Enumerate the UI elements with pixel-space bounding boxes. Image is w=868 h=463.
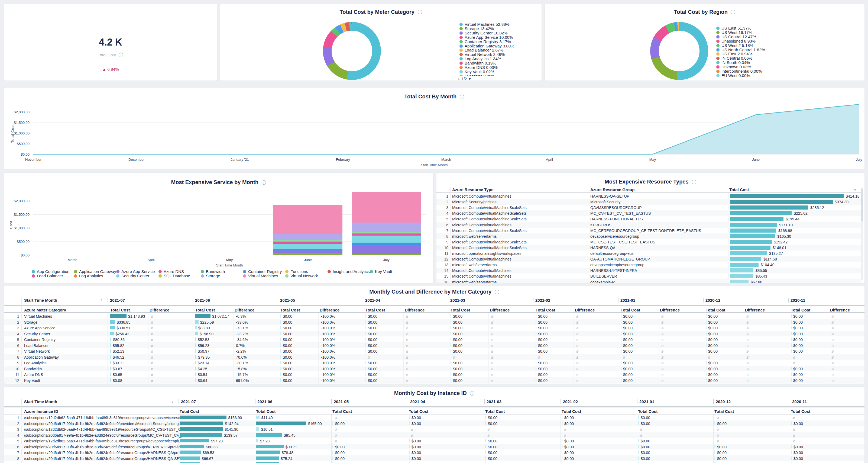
month-header-2021-05[interactable]: 2021-05 [278, 298, 295, 302]
cost-bar[interactable] [366, 338, 366, 341]
cost-bar[interactable] [562, 422, 562, 425]
month-header-2021-06[interactable]: 2021-06 [255, 399, 272, 404]
cost-bar[interactable] [451, 314, 451, 318]
cost-bar[interactable] [280, 349, 281, 353]
table-row[interactable]: 12Microsoft.Compute/virtualMachinesQA-AU… [436, 256, 861, 262]
cost-bar[interactable] [621, 373, 621, 376]
cost-bar[interactable] [706, 326, 707, 329]
cost-bar[interactable] [110, 314, 126, 318]
legend-item[interactable]: Unassigned 8.93% [716, 39, 755, 44]
table-row[interactable]: 7Virtual Network$52.13ø$50.97-2.2%$0.00-… [4, 348, 865, 354]
cost-bar[interactable] [638, 422, 639, 425]
cost-bar[interactable] [280, 326, 281, 329]
legend-item[interactable]: Bandwidth [201, 269, 225, 274]
scrollbar[interactable] [861, 189, 863, 280]
month-header-2020-12[interactable]: 2020-12 [703, 298, 720, 302]
cost-bar[interactable] [706, 367, 707, 370]
legend-item[interactable]: Intercontinental 0.00% [716, 69, 762, 74]
cost-bar[interactable] [562, 457, 562, 460]
cost-bar[interactable] [706, 349, 707, 353]
cost-header[interactable]: Total Cost [714, 409, 734, 414]
month-header-2020-11[interactable]: 2020-11 [790, 399, 807, 404]
cost-bar[interactable] [791, 367, 792, 370]
cost-bar[interactable] [621, 326, 621, 329]
table-row[interactable]: 3Azure App Service$330.51ø$88.80-73.1%$0… [4, 325, 865, 331]
scroll-left-icon[interactable]: ‹ [172, 399, 173, 404]
cost-bar[interactable] [110, 343, 111, 347]
cost-bar[interactable] [451, 320, 451, 324]
cost-bar[interactable] [195, 314, 211, 318]
cost-bar[interactable] [280, 361, 281, 364]
table-row[interactable]: 2Storage$336.85ø$225.59-33.0%$0.00-100.0… [4, 319, 865, 325]
table-row[interactable]: 2Microsoft.Security/pricingsMicrosoft.Se… [436, 199, 861, 205]
cost-bar[interactable] [451, 378, 451, 382]
legend-item[interactable]: Virtual Network [285, 273, 318, 278]
cost-bar[interactable] [791, 457, 792, 460]
cost-header[interactable]: Total Cost [409, 409, 428, 414]
cost-bar[interactable] [280, 332, 281, 335]
cost-bar[interactable] [562, 451, 562, 454]
legend-item[interactable]: Load Balancer 2.67% [460, 48, 503, 52]
cost-bar[interactable] [180, 415, 226, 419]
month-header-2021-06[interactable]: 2021-06 [193, 298, 210, 302]
cost-bar[interactable] [110, 320, 115, 324]
month-header-2021-07[interactable]: 2021-07 [179, 399, 196, 404]
cost-bar[interactable] [280, 338, 281, 341]
difference-header[interactable]: Difference [745, 308, 765, 312]
cost-bar[interactable] [485, 422, 486, 425]
cost-bar[interactable] [110, 361, 111, 364]
table-row[interactable]: 13microsoft.web/serverfarmsdevappservice… [436, 262, 861, 267]
cost-bar[interactable] [535, 367, 536, 370]
info-icon[interactable]: ⓘ [731, 10, 736, 15]
cost-bar[interactable] [180, 445, 204, 448]
difference-header[interactable]: Difference [660, 308, 680, 312]
cost-bar[interactable] [110, 332, 114, 335]
cost-bar[interactable] [535, 314, 536, 318]
cost-bar[interactable] [714, 457, 715, 460]
cost-bar[interactable] [409, 422, 410, 425]
difference-header[interactable]: Difference [150, 308, 169, 312]
legend-item[interactable]: Azure App Service 10.00% [460, 35, 513, 39]
cost-bar[interactable] [638, 439, 639, 442]
column-header-2[interactable]: Total Cost [729, 187, 749, 192]
cost-bar[interactable] [485, 439, 486, 442]
cost-bar[interactable] [195, 332, 198, 335]
cost-bar[interactable] [195, 373, 196, 376]
cost-bar[interactable] [562, 415, 562, 419]
cost-bar[interactable] [485, 415, 486, 419]
cost-bar[interactable] [535, 343, 536, 347]
cost-bar[interactable] [195, 378, 196, 382]
cost-bar[interactable] [706, 332, 707, 335]
cost-header[interactable]: Total Cost [562, 409, 581, 414]
cost-bar[interactable] [280, 343, 281, 347]
legend-pager-up-icon[interactable]: ▲ [457, 77, 461, 81]
legend-item[interactable]: Key Vault 0.02% [460, 69, 494, 74]
cost-header[interactable]: Total Cost [180, 409, 199, 414]
cost-bar[interactable] [535, 338, 536, 341]
cost-bar[interactable] [333, 457, 333, 460]
legend-item[interactable]: US North Central 1.82% [716, 48, 765, 52]
cost-bar[interactable] [730, 200, 833, 204]
month-header-2021-02[interactable]: 2021-02 [533, 298, 550, 302]
cost-bar[interactable] [451, 367, 451, 370]
cost-bar[interactable] [280, 378, 281, 382]
cost-bar[interactable] [730, 268, 753, 272]
legend-item[interactable]: Security Center [116, 273, 149, 278]
cost-bar[interactable] [256, 451, 280, 454]
cost-bar[interactable] [180, 439, 209, 442]
cost-bar[interactable] [730, 257, 761, 261]
cost-bar[interactable] [535, 378, 536, 382]
table-row[interactable]: 15Microsoft.Compute/virtualMachinesBUILD… [436, 273, 861, 279]
table-row[interactable]: 6Microsoft.Compute/virtualMachinesKERBER… [436, 222, 861, 228]
month-header-2021-03[interactable]: 2021-03 [484, 399, 501, 404]
cost-bar[interactable] [195, 343, 196, 347]
cost-header[interactable]: Total Cost [256, 409, 276, 414]
cost-bar[interactable] [730, 211, 792, 215]
cost-bar[interactable] [791, 445, 792, 448]
cost-bar[interactable] [485, 445, 486, 448]
cost-bar[interactable] [256, 422, 306, 425]
cost-bar[interactable] [451, 373, 451, 376]
table-row[interactable]: 5/subscriptions/12d2db62-5aa9-471d-84bb-… [4, 438, 865, 444]
legend-item[interactable]: Unknown 0.03% [716, 64, 751, 69]
month-header-2021-07[interactable]: 2021-07 [107, 298, 125, 302]
